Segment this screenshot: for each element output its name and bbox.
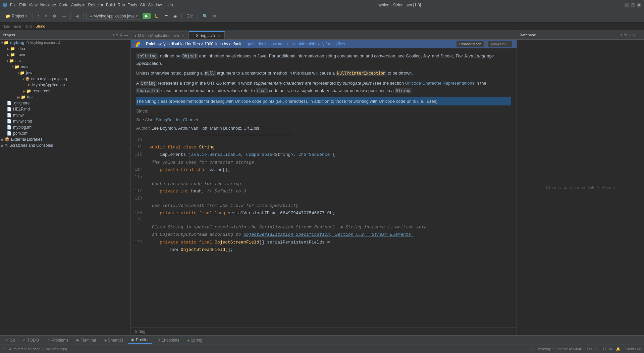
options-icon[interactable]: ⚙ (119, 33, 123, 37)
tab-endpoints[interactable]: ⬡ Endpoints (153, 337, 182, 344)
breadcrumb-string[interactable]: String (36, 24, 45, 28)
settings-gear-button[interactable]: ⚙ (211, 13, 219, 19)
breadcrumb-rt[interactable]: rt.jar (3, 24, 10, 28)
db-add-button[interactable]: + (620, 33, 623, 37)
sidebar-item-idea[interactable]: ▶ 📁 .idea (0, 46, 130, 52)
maximize-button[interactable]: ☐ (631, 3, 635, 7)
sidebar-item-test[interactable]: ▶ 📁 test (0, 94, 130, 100)
tab-close-icon[interactable]: ✕ (182, 34, 184, 38)
title-bar-menu-window[interactable]: Window (148, 3, 162, 7)
minimize-button[interactable]: — (625, 3, 629, 7)
sidebar-item-mvn[interactable]: ▶ 📁 .mvn (0, 52, 130, 58)
close-button[interactable]: ✕ (637, 3, 641, 7)
sidebar-item-myblog[interactable]: ▾ 📁 myblog D:\myblog master / ∂ (0, 40, 130, 46)
profile-button[interactable]: ◉ (171, 13, 179, 19)
sidebar-item-src[interactable]: ▾ 📁 src (0, 58, 130, 64)
terminal-tab-icon: ▶ (76, 338, 79, 342)
line-number: 117 (131, 188, 146, 194)
expand-icon: ▶ (1, 138, 4, 141)
title-bar-menu-navigate[interactable]: Navigate (40, 3, 56, 7)
db-filter-button[interactable]: ≡ (629, 33, 631, 37)
title-bar-menu-view[interactable]: View (29, 3, 38, 7)
title-bar-menu-help[interactable]: Help (165, 3, 173, 7)
folder-icon: 📁 (5, 14, 10, 18)
collapse-button[interactable]: ≡ (43, 13, 49, 19)
sidebar: Project + ≡ ⚙ — ▾ 📁 myblog D:\myblog mas… (0, 30, 131, 335)
tab-spring[interactable]: ♦ Spring (184, 337, 206, 344)
db-close-button[interactable]: — (637, 33, 641, 37)
run-button[interactable]: ▶ (143, 13, 151, 19)
git-button[interactable]: Git: (184, 13, 195, 19)
smartim-tab-icon: ◈ (104, 338, 107, 342)
search-everywhere-button[interactable]: 🔍 (201, 13, 210, 19)
line-number: 115 (131, 174, 146, 180)
tab-myblogapplication[interactable]: ♦ MyblogApplication.java ✕ (131, 32, 189, 39)
title-bar-title: myblog - String.java [1.8] (376, 3, 421, 7)
tab-problems[interactable]: ⚠ Problems (44, 337, 72, 344)
reader-mode-button[interactable]: Reader Mode (456, 41, 485, 47)
sidebar-item-java[interactable]: ▾ 📁 java (0, 70, 130, 76)
run-config-selector[interactable]: ♦ MyblogApplication.java ▾ (86, 13, 141, 19)
sidebar-item-myblogapplication[interactable]: C MyblogApplication (0, 82, 130, 88)
breadcrumb-java[interactable]: java (14, 24, 21, 28)
hide-sidebar-icon[interactable]: — (124, 33, 128, 37)
sidebar-item-mvnw[interactable]: 📄 mvnw (0, 112, 130, 118)
database-empty-text: Create a data source with Alt+Insert (546, 185, 615, 190)
code-line-114: 114 private final char value[]; (131, 166, 517, 174)
tab-smartim[interactable]: ◈ SmartIM (101, 337, 126, 344)
sidebar-item-package[interactable]: ▾ 📦 com.myblog.myblog (0, 76, 130, 82)
navigation-back[interactable]: ◀ (73, 13, 80, 19)
title-bar-menu-tools[interactable]: Tools (128, 3, 137, 7)
tab-close-icon[interactable]: ✕ (218, 34, 220, 38)
sidebar-item-external-libs[interactable]: ▶ 📦 External Libraries (0, 136, 130, 142)
coverage-button[interactable]: ☂ (162, 13, 170, 19)
debug-button[interactable]: 🐛 (152, 13, 161, 19)
sidebar-item-helpmd[interactable]: 📄 HELP.md (0, 106, 130, 112)
sidebar-item-resources[interactable]: ▶ 📁 resources (0, 88, 130, 94)
title-bar-menu-file[interactable]: File (10, 3, 16, 7)
db-settings-button[interactable]: ⚙ (632, 33, 636, 37)
sidebar-item-label: main (21, 64, 30, 69)
folder-icon: 📁 (4, 40, 9, 45)
project-widget[interactable]: 📁 Project ▾ (3, 13, 30, 19)
sidebar-item-mvnwcmd[interactable]: 📄 mvnw.cmd (0, 118, 130, 124)
sidebar-tree: ▾ 📁 myblog D:\myblog master / ∂ ▶ 📁 .ide… (0, 40, 130, 335)
code-line-112: 112 implements java.io.Serializable, Com… (131, 151, 517, 159)
tab-todo[interactable]: ✓ TODO (19, 337, 42, 344)
window-controls[interactable]: — ☐ ✕ (625, 3, 641, 7)
info-bar: 🌈 Rainbowify is disabled for files > 100… (131, 40, 517, 48)
settings-button[interactable]: ⚙ (51, 13, 58, 19)
sidebar-title: Project (3, 33, 15, 37)
line-content: private static final long serialVersionU… (149, 210, 335, 217)
endpoints-tab-icon: ⬡ (157, 338, 160, 342)
sidebar-item-gitignore[interactable]: 📄 .gitignore (0, 100, 130, 106)
sidebar-item-pomxml[interactable]: 📄 pom.xml (0, 130, 130, 136)
run-config-label: MyblogApplication.java (94, 14, 135, 18)
title-bar-menu-analyze[interactable]: Analyze (71, 3, 86, 7)
title-bar-menu-refactor[interactable]: Refactor (88, 3, 103, 7)
doc-text-rest: for working with Unicode code units (i.e… (347, 99, 437, 104)
tab-git[interactable]: ⑂ Git (3, 337, 18, 344)
add-icon[interactable]: + (112, 33, 114, 37)
title-bar-menu-code[interactable]: Code (59, 3, 68, 7)
db-refresh-button[interactable]: ↻ (624, 33, 627, 37)
tab-stringjava[interactable]: J String.java ✕ (189, 31, 225, 39)
java-tab-icon: J (193, 34, 195, 38)
collapse-all-icon[interactable]: ≡ (116, 33, 118, 37)
title-bar-menu-run[interactable]: Run (118, 3, 125, 7)
tab-profiler[interactable]: ◉ Profiler (128, 337, 152, 344)
title-bar-menu-git[interactable]: Git (140, 3, 145, 7)
info-bar-link2[interactable]: enable rainbowify for big files (293, 42, 345, 46)
sidebar-item-myblogiml[interactable]: 📄 myblog.iml (0, 124, 130, 130)
title-bar-menu-edit[interactable]: Edit (19, 3, 26, 7)
title-bar-menu-build[interactable]: Build (106, 3, 115, 7)
tab-terminal[interactable]: ▶ Terminal (73, 337, 99, 344)
info-bar-link1[interactable]: got it, don't show again (247, 42, 288, 46)
sidebar-item-scratches[interactable]: ▶ ✎ Scratches and Consoles (0, 142, 130, 148)
close-panel-button[interactable]: — (60, 13, 68, 19)
sidebar-controls: + ≡ ⚙ — (112, 33, 128, 37)
sidebar-item-label: myblog.iml (13, 125, 32, 130)
sync-button[interactable]: ↕ (36, 13, 42, 19)
breadcrumb-lang[interactable]: lang (25, 24, 32, 28)
sidebar-item-main[interactable]: ▾ 📁 main (0, 64, 130, 70)
